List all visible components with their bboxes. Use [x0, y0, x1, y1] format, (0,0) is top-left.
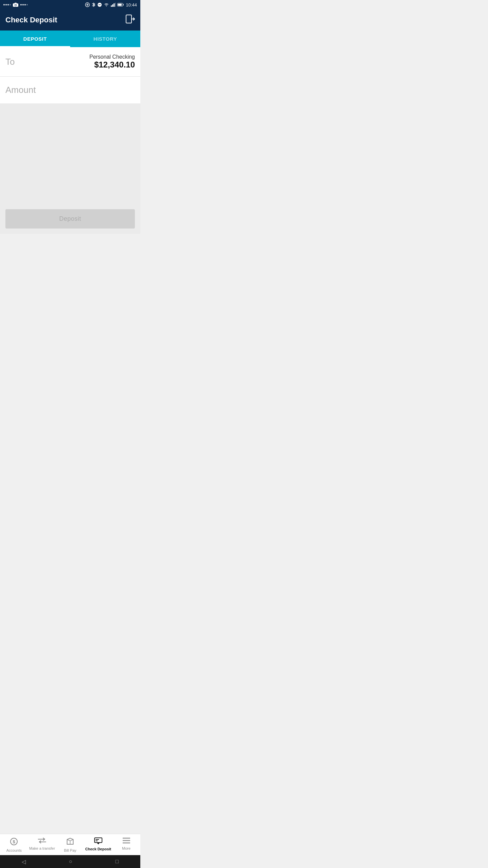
tab-history[interactable]: HISTORY [70, 31, 140, 47]
amount-section[interactable]: Amount [0, 77, 140, 103]
time-display: 10:44 [126, 2, 137, 7]
minus-icon [97, 2, 102, 7]
logout-icon [125, 14, 135, 24]
deposit-btn-container: Deposit [0, 205, 140, 234]
tab-bar: DEPOSIT HISTORY [0, 31, 140, 47]
circled-plus-icon [85, 2, 90, 7]
camera-icon [13, 3, 18, 7]
status-bar: 10:44 [0, 0, 140, 9]
logout-button[interactable] [125, 14, 135, 26]
svg-rect-10 [112, 4, 113, 7]
status-left [3, 3, 28, 7]
account-info: Personal Checking $12,340.10 [89, 54, 135, 70]
to-field-row[interactable]: To Personal Checking $12,340.10 [0, 47, 140, 77]
deposit-button[interactable]: Deposit [5, 209, 135, 229]
page-title: Check Deposit [5, 16, 57, 24]
bluetooth-icon [92, 2, 96, 7]
svg-point-2 [15, 4, 16, 6]
svg-rect-3 [15, 3, 17, 4]
account-name: Personal Checking [89, 54, 135, 60]
wifi-icon [104, 3, 109, 7]
tab-deposit[interactable]: DEPOSIT [0, 31, 70, 47]
to-label: To [5, 57, 15, 67]
svg-rect-9 [111, 5, 112, 7]
svg-rect-14 [123, 4, 124, 6]
account-balance: $12,340.10 [89, 60, 135, 70]
battery-icon [117, 3, 124, 7]
status-right: 10:44 [85, 2, 137, 7]
app-header: Check Deposit [0, 9, 140, 31]
extra-space [0, 234, 140, 261]
main-content: To Personal Checking $12,340.10 Amount [0, 47, 140, 103]
gray-area [0, 103, 140, 205]
svg-rect-12 [115, 3, 116, 7]
svg-rect-11 [114, 3, 115, 7]
svg-rect-15 [118, 4, 122, 6]
svg-rect-16 [126, 15, 131, 23]
signal-icon [111, 3, 116, 7]
amount-placeholder: Amount [5, 85, 36, 95]
